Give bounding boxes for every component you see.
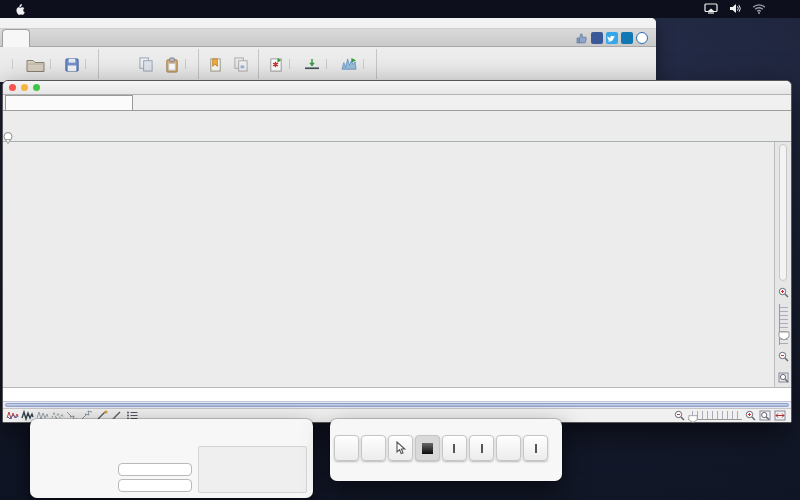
timeline-ruler[interactable] — [3, 387, 791, 401]
apple-menu-icon[interactable] — [6, 3, 33, 16]
ribbon-tab-bar — [0, 29, 656, 47]
tab-effects[interactable] — [82, 29, 108, 46]
tab-home[interactable] — [2, 29, 30, 47]
silence-dropdown-arrow[interactable] — [326, 59, 335, 69]
toolbar-undo-button[interactable] — [103, 55, 113, 73]
toolbar-separator — [376, 49, 377, 79]
display-mirroring-icon[interactable] — [704, 3, 718, 16]
toolbar-bookmark-button[interactable] — [203, 55, 228, 73]
new-tab-button[interactable] — [133, 109, 149, 110]
play-button[interactable] — [334, 435, 359, 461]
vertical-zoom-fit-icon[interactable] — [778, 369, 789, 387]
vertical-zoom-out-icon[interactable] — [778, 348, 789, 366]
tab-custom[interactable] — [134, 29, 160, 46]
skip-start-bar — [453, 444, 455, 453]
copy-icon — [138, 56, 154, 73]
save-floppy-icon — [64, 56, 80, 73]
playback-controls-panel — [330, 419, 562, 481]
vertical-zoom-in-icon[interactable] — [778, 284, 789, 302]
close-window-button[interactable] — [9, 84, 16, 91]
tab-levels[interactable] — [56, 29, 82, 46]
save-dropdown-arrow[interactable] — [85, 59, 94, 69]
toolbar-separator — [98, 49, 99, 79]
mix-icon — [268, 56, 284, 73]
waveform-canvas[interactable] — [3, 142, 774, 387]
skip-end-bar — [535, 444, 537, 453]
volume-tool-icon — [340, 56, 358, 73]
vertical-zoom-slider[interactable] — [779, 304, 788, 345]
overview-strip[interactable] — [3, 111, 791, 142]
cursor-pointer-icon — [394, 441, 407, 455]
social-links — [576, 32, 648, 44]
toolbar-new-button[interactable] — [2, 55, 21, 73]
paste-dropdown-arrow[interactable] — [185, 59, 194, 69]
toolbar-redo-button[interactable] — [113, 55, 123, 73]
playback-controls-title[interactable] — [330, 419, 562, 432]
skip-to-start-button[interactable] — [442, 435, 467, 461]
horizontal-scrollbar-thumb[interactable] — [5, 403, 789, 407]
zoom-to-full-icon[interactable] — [774, 407, 786, 425]
stop-button[interactable] — [415, 435, 440, 461]
selection-cursor-handle[interactable] — [3, 130, 13, 148]
volume-dropdown-arrow[interactable] — [363, 59, 372, 69]
open-dropdown-arrow[interactable] — [50, 59, 59, 69]
toolbar-silence-button[interactable] — [298, 55, 335, 73]
vertical-zoom-slider-thumb[interactable] — [778, 327, 790, 345]
toolbar-volume-button[interactable] — [335, 55, 372, 73]
wavepad-main-window — [0, 18, 656, 82]
toolbar-preferences-button[interactable] — [381, 55, 391, 73]
toolbar-separator — [198, 49, 199, 79]
horizontal-scrollbar[interactable] — [3, 401, 791, 408]
wifi-icon[interactable] — [752, 3, 766, 16]
toolbar-batch-button[interactable] — [228, 55, 254, 73]
vertical-zoom-column — [774, 142, 791, 387]
open-folder-icon — [26, 56, 45, 73]
toolbar-save-button[interactable] — [59, 55, 94, 73]
tab-edit[interactable] — [30, 29, 56, 46]
overview-waveform-canvas[interactable] — [3, 111, 774, 141]
channels-select[interactable] — [118, 479, 192, 492]
help-icon[interactable] — [636, 32, 648, 44]
tab-tools[interactable] — [108, 29, 134, 46]
zoom-to-selection-icon[interactable] — [759, 407, 771, 425]
zoom-window-button[interactable] — [33, 84, 40, 91]
step-back-bar — [481, 444, 483, 453]
facebook-icon[interactable] — [591, 32, 603, 44]
selection-info-box — [198, 446, 307, 493]
vertical-scrollbar[interactable] — [779, 144, 787, 281]
toolbar-paste-button[interactable] — [159, 55, 194, 73]
toolbar-mix-button[interactable] — [263, 55, 298, 73]
traffic-lights — [3, 84, 40, 91]
twitter-icon[interactable] — [606, 32, 618, 44]
new-dropdown-arrow[interactable] — [12, 59, 21, 69]
sample-rate-select[interactable] — [118, 463, 192, 476]
stop-icon — [422, 443, 433, 454]
record-button[interactable] — [361, 435, 386, 461]
toolbar-open-button[interactable] — [21, 55, 59, 73]
zoom-in-icon[interactable] — [745, 407, 756, 425]
linkedin-icon[interactable] — [621, 32, 633, 44]
volume-icon[interactable] — [729, 3, 741, 16]
bookmark-icon — [208, 56, 223, 73]
zoom-out-icon[interactable] — [674, 407, 685, 425]
document-tab[interactable] — [5, 95, 133, 110]
toolbar-cut-button[interactable] — [123, 55, 133, 73]
toolbar-separator — [258, 49, 259, 79]
main-window-title — [0, 18, 656, 29]
horizontal-zoom-controls — [674, 407, 788, 425]
step-back-button[interactable] — [469, 435, 494, 461]
waveform-color-view-icon[interactable] — [6, 410, 19, 422]
play-from-cursor-button[interactable] — [388, 435, 413, 461]
toolbar-copy-button[interactable] — [133, 55, 159, 73]
minimize-window-button[interactable] — [21, 84, 28, 91]
zoom-slider[interactable] — [688, 411, 742, 420]
zoom-slider-thumb[interactable] — [688, 410, 698, 428]
mix-dropdown-arrow[interactable] — [289, 59, 298, 69]
document-titlebar[interactable] — [3, 81, 791, 95]
document-window — [2, 80, 792, 423]
silence-icon — [303, 56, 321, 73]
skip-to-end-button[interactable] — [523, 435, 548, 461]
like-icon[interactable] — [576, 32, 588, 44]
step-forward-button[interactable] — [496, 435, 521, 461]
file-info-title[interactable] — [30, 419, 313, 432]
